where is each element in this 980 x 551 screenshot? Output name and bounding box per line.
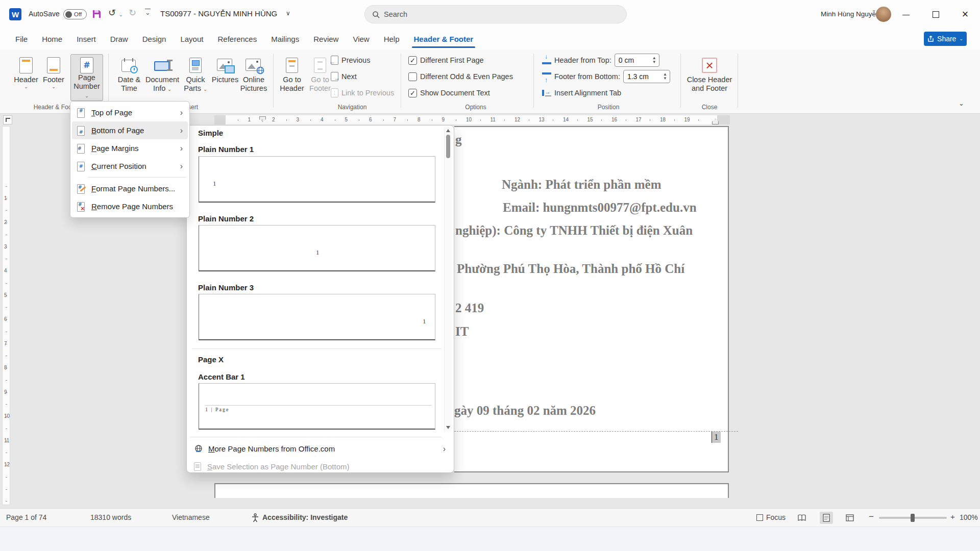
user-name[interactable]: Minh Hùng Nguyễn xyxy=(821,10,880,18)
save-icon[interactable] xyxy=(92,9,102,20)
close-button[interactable]: × xyxy=(950,4,980,24)
group-label-options: Options xyxy=(465,104,486,111)
share-button[interactable]: Share ⌄ xyxy=(924,32,967,46)
close-header-footer-button[interactable]: × Close Headerand Footer xyxy=(687,55,732,100)
tab-references[interactable]: References xyxy=(210,30,264,48)
document-info-button[interactable]: Document Info ⌄ xyxy=(143,55,182,100)
spin-down-icon[interactable]: ▼ xyxy=(663,77,667,81)
ruler-number: 6 xyxy=(369,117,372,122)
status-word-count[interactable]: 18310 words xyxy=(90,513,131,521)
menu-item-bottom-of-page[interactable]: # Bottom of Page › xyxy=(72,121,188,139)
remove-page-numbers-icon: #× xyxy=(76,202,86,212)
menu-item-top-of-page[interactable]: # Top of Page › xyxy=(72,104,188,121)
scroll-up-icon[interactable] xyxy=(446,129,450,132)
tab-home[interactable]: Home xyxy=(35,30,69,48)
view-print-layout-button[interactable] xyxy=(820,512,833,524)
word-logo-icon[interactable]: W xyxy=(9,8,21,20)
menu-item-current-position[interactable]: # Current Position › xyxy=(72,157,188,175)
gallery-preview-plain-number-2[interactable]: 1 xyxy=(199,225,435,271)
date-time-button[interactable]: Date & Time xyxy=(115,55,143,100)
menu-item-format-page-numbers[interactable]: # Format Page Numbers... xyxy=(72,180,188,197)
autosave-toggle[interactable]: Off xyxy=(63,9,87,19)
tab-design[interactable]: Design xyxy=(135,30,174,48)
different-first-page-checkbox[interactable]: ✓ Different First Page xyxy=(408,54,484,66)
different-odd-even-checkbox[interactable]: Different Odd & Even Pages xyxy=(408,70,513,83)
pictures-button[interactable]: Pictures xyxy=(210,55,240,100)
maximize-button[interactable] xyxy=(921,4,950,24)
tab-stop-selector[interactable] xyxy=(3,115,12,124)
tab-view[interactable]: View xyxy=(346,30,376,48)
footer-page-number[interactable]: 1 xyxy=(712,432,721,443)
status-language[interactable]: Vietnamese xyxy=(172,513,210,521)
tab-draw[interactable]: Draw xyxy=(103,30,135,48)
status-accessibility[interactable]: Accessibility: Investigate xyxy=(262,513,348,521)
document-text-line: Email: hungnmts00977@fpt.edu.vn xyxy=(503,201,697,215)
vertical-ruler[interactable]: 123456789101112 xyxy=(2,126,10,505)
gallery-preview-accent-bar-1[interactable]: 1 | Page xyxy=(199,383,435,430)
header-button[interactable]: Header ⌄ xyxy=(15,55,37,100)
title-dropdown-chevron-icon[interactable]: ∨ xyxy=(286,10,290,17)
document-title[interactable]: TS00977 - NGUYỄN MINH HÙNG xyxy=(160,9,277,18)
quick-parts-button[interactable]: Quick Parts ⌄ xyxy=(182,55,209,100)
ruler-tick xyxy=(6,392,7,393)
undo-icon[interactable]: ↺ xyxy=(108,8,116,18)
focus-icon xyxy=(756,514,763,521)
ruler-tick xyxy=(6,247,7,247)
scrollbar-thumb[interactable] xyxy=(446,135,450,158)
ribbon-collapse-chevron-icon[interactable]: ⌄ xyxy=(959,99,964,107)
online-pictures-button[interactable]: Online Pictures xyxy=(238,55,269,100)
tab-layout[interactable]: Layout xyxy=(173,30,210,48)
footer-button[interactable]: Footer ⌄ xyxy=(42,55,65,100)
previous-button[interactable]: ← Previous xyxy=(331,54,370,66)
search-input[interactable]: Search xyxy=(364,5,627,23)
ruler-tick xyxy=(577,119,578,121)
ruler-tick xyxy=(6,453,7,453)
horizontal-ruler[interactable]: 12345678910111213141516171819 xyxy=(214,115,730,124)
footer-from-bottom-input[interactable]: 1.3 cm ▲▼ xyxy=(623,70,670,83)
more-page-numbers-item[interactable]: More Page Numbers from Office.com › xyxy=(190,440,451,458)
gallery-preview-plain-number-3[interactable]: 1 xyxy=(199,294,435,340)
scroll-down-icon[interactable] xyxy=(446,426,450,429)
header-from-top-input[interactable]: 0 cm ▲▼ xyxy=(615,54,659,67)
tab-review[interactable]: Review xyxy=(306,30,346,48)
zoom-in-button[interactable]: + xyxy=(950,512,955,521)
page-number-gallery: Simple Plain Number 1 1 Plain Number 2 1… xyxy=(186,125,454,473)
insert-alignment-tab-button[interactable]: → Insert Alignment Tab xyxy=(542,87,621,99)
undo-dropdown-chevron-icon[interactable]: ⌄ xyxy=(119,12,123,17)
gallery-item-plain-number-3[interactable]: Plain Number 3 xyxy=(198,283,254,292)
page-margins-icon: # xyxy=(76,143,86,154)
avatar[interactable] xyxy=(876,7,891,22)
gallery-item-accent-bar-1[interactable]: Accent Bar 1 xyxy=(198,372,245,381)
status-page-indicator[interactable]: Page 1 of 74 xyxy=(6,513,46,521)
minimize-button[interactable]: — xyxy=(891,4,921,24)
ruler-tick xyxy=(504,119,505,121)
document-page[interactable]: gNgành: Phát triển phần mềmEmail: hungnm… xyxy=(454,126,729,472)
show-document-text-checkbox[interactable]: ✓ Show Document Text xyxy=(408,87,490,99)
tab-insert[interactable]: Insert xyxy=(69,30,103,48)
save-selection-item[interactable]: Save Selection as Page Number (Bottom) xyxy=(190,458,451,475)
spin-down-icon[interactable]: ▼ xyxy=(652,60,656,64)
view-web-layout-button[interactable] xyxy=(843,512,856,524)
gallery-item-plain-number-2[interactable]: Plain Number 2 xyxy=(198,214,254,223)
link-to-previous-button[interactable]: Link to Previous xyxy=(331,87,394,99)
gallery-item-plain-number-1[interactable]: Plain Number 1 xyxy=(198,145,254,154)
page-number-button[interactable]: # Page Number ⌄ xyxy=(70,54,103,101)
quick-access-customize-icon[interactable]: ⌄ xyxy=(145,9,151,16)
tab-header-footer[interactable]: Header & Footer xyxy=(407,30,481,48)
autosave-label: AutoSave xyxy=(29,10,60,18)
view-read-mode-button[interactable] xyxy=(795,512,808,524)
focus-button[interactable]: Focus xyxy=(756,513,786,521)
go-to-header-button[interactable]: Go to Header xyxy=(279,55,305,100)
menu-item-page-margins[interactable]: # Page Margins › xyxy=(72,139,188,157)
gallery-scrollbar[interactable] xyxy=(444,128,452,432)
menu-item-remove-page-numbers[interactable]: #× Remove Page Numbers xyxy=(72,197,188,215)
zoom-out-button[interactable]: − xyxy=(869,512,874,522)
gallery-preview-plain-number-1[interactable]: 1 xyxy=(199,156,435,203)
zoom-slider-knob[interactable] xyxy=(911,514,915,522)
tab-file[interactable]: File xyxy=(8,30,35,48)
tab-help[interactable]: Help xyxy=(377,30,407,48)
tab-mailings[interactable]: Mailings xyxy=(264,30,306,48)
zoom-level[interactable]: 100% xyxy=(960,513,978,521)
redo-icon[interactable]: ↻ xyxy=(129,8,136,18)
next-button[interactable]: → Next xyxy=(331,70,357,83)
